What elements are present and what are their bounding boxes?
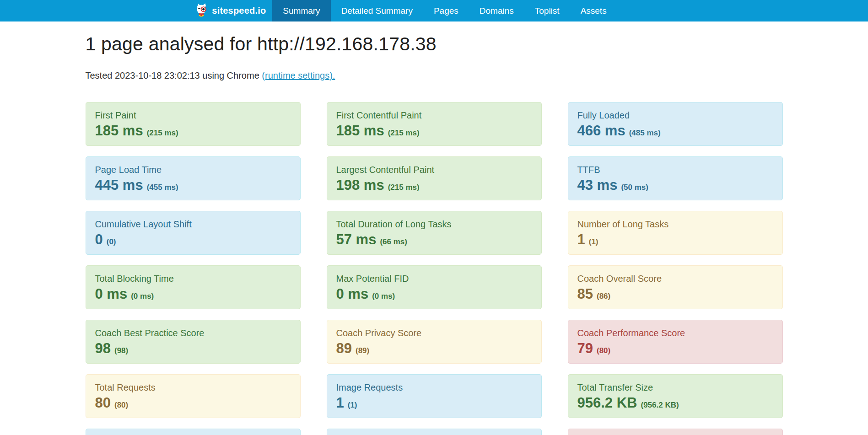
metric-card-page-load-time: Page Load Time 445 ms(455 ms) (86, 156, 301, 200)
metric-value: 198 ms (336, 177, 384, 193)
metric-value: 0 (95, 231, 103, 247)
metric-secondary-value: (86) (597, 292, 610, 301)
metric-card-partial (86, 429, 301, 435)
metric-value-row: 98(98) (95, 340, 291, 357)
metric-label: Image Requests (336, 381, 532, 393)
metric-value: 98 (95, 340, 111, 356)
metric-secondary-value: (80) (597, 346, 610, 355)
metric-value-row: 1(1) (336, 395, 532, 411)
metric-label: Fully Loaded (577, 109, 773, 121)
metric-cards-grid: First Paint 185 ms(215 ms) First Content… (86, 102, 783, 435)
metric-label: TTFB (577, 164, 773, 176)
metric-label: Coach Best Practice Score (95, 327, 291, 339)
metric-value: 1 (577, 231, 585, 247)
metric-card-cumulative-layout-shift: Cumulative Layout Shift 0(0) (86, 211, 301, 255)
metric-value-row: 466 ms(485 ms) (577, 123, 773, 139)
metric-card-total-blocking-time: Total Blocking Time 0 ms(0 ms) (86, 265, 301, 309)
metric-value: 79 (577, 340, 593, 356)
metric-card-partial (327, 429, 542, 435)
metric-card-max-potential-fid: Max Potential FID 0 ms(0 ms) (327, 265, 542, 309)
metric-card-total-requests: Total Requests 80(80) (86, 374, 301, 418)
page-title: 1 page analysed for http://192.168.178.3… (86, 33, 783, 55)
metric-card-coach-performance-score: Coach Performance Score 79(80) (568, 320, 783, 364)
metric-secondary-value: (485 ms) (629, 129, 661, 137)
metric-value-row: 57 ms(66 ms) (336, 231, 532, 248)
metric-value-row: 43 ms(50 ms) (577, 177, 773, 193)
metric-card-coach-best-practice-score: Coach Best Practice Score 98(98) (86, 320, 301, 364)
metric-secondary-value: (89) (356, 346, 369, 355)
metric-label: First Contentful Paint (336, 109, 532, 121)
metric-value-row: 0 ms(0 ms) (95, 286, 291, 302)
metric-label: Total Transfer Size (577, 381, 773, 393)
metric-label: Total Blocking Time (95, 273, 291, 285)
metric-label: Coach Overall Score (577, 273, 773, 285)
metric-secondary-value: (1) (348, 401, 357, 409)
metric-card-fully-loaded: Fully Loaded 466 ms(485 ms) (568, 102, 783, 146)
metric-value: 0 ms (95, 286, 128, 302)
metric-secondary-value: (0) (107, 237, 116, 246)
metric-label: Coach Privacy Score (336, 327, 532, 339)
brand-link[interactable]: sitespeed.io (189, 0, 272, 21)
sitespeed-logo-icon (195, 3, 209, 19)
metric-label: Max Potential FID (336, 273, 532, 285)
metric-value-row: 1(1) (577, 231, 773, 248)
metric-value-row: 445 ms(455 ms) (95, 177, 291, 193)
metric-value: 43 ms (577, 177, 618, 193)
metric-value: 0 ms (336, 286, 369, 302)
brand-text: sitespeed.io (212, 5, 266, 16)
metric-value: 89 (336, 340, 352, 356)
metric-label: Coach Performance Score (577, 327, 773, 339)
metric-value: 185 ms (95, 123, 143, 139)
tab-detailed-summary[interactable]: Detailed Summary (331, 0, 423, 21)
metric-card-ttfb: TTFB 43 ms(50 ms) (568, 156, 783, 200)
metric-value-row: 0 ms(0 ms) (336, 286, 532, 302)
metric-card-number-of-long-tasks: Number of Long Tasks 1(1) (568, 211, 783, 255)
metric-value-row: 185 ms(215 ms) (95, 123, 291, 139)
metric-value-row: 89(89) (336, 340, 532, 357)
metric-value: 1 (336, 395, 344, 411)
metric-card-image-requests: Image Requests 1(1) (327, 374, 542, 418)
metric-label: Total Duration of Long Tasks (336, 218, 532, 230)
metric-secondary-value: (0 ms) (372, 292, 395, 301)
metric-value-row: 0(0) (95, 231, 291, 248)
metric-secondary-value: (215 ms) (388, 183, 420, 192)
metric-secondary-value: (98) (114, 346, 128, 355)
metric-value-row: 80(80) (95, 395, 291, 411)
navbar-inner: sitespeed.io Summary Detailed Summary Pa… (189, 0, 617, 21)
main-content: 1 page analysed for http://192.168.178.3… (86, 33, 783, 435)
metric-card-coach-privacy-score: Coach Privacy Score 89(89) (327, 320, 542, 364)
metric-card-total-duration-long-tasks: Total Duration of Long Tasks 57 ms(66 ms… (327, 211, 542, 255)
metric-label: Number of Long Tasks (577, 218, 773, 230)
tab-assets[interactable]: Assets (570, 0, 617, 21)
metric-value: 956.2 KB (577, 395, 637, 411)
metric-value: 85 (577, 286, 593, 302)
metric-value-row: 198 ms(215 ms) (336, 177, 532, 193)
metric-secondary-value: (66 ms) (380, 237, 407, 246)
metric-label: Total Requests (95, 381, 291, 393)
metric-card-first-paint: First Paint 185 ms(215 ms) (86, 102, 301, 146)
tab-summary[interactable]: Summary (272, 0, 330, 21)
metric-card-coach-overall-score: Coach Overall Score 85(86) (568, 265, 783, 309)
metric-value: 445 ms (95, 177, 143, 193)
metric-value-row: 185 ms(215 ms) (336, 123, 532, 139)
tab-pages[interactable]: Pages (423, 0, 469, 21)
metric-secondary-value: (215 ms) (147, 129, 178, 137)
tested-subtitle-text: Tested 2023-10-18 23:02:13 using Chrome (86, 70, 262, 81)
tested-subtitle: Tested 2023-10-18 23:02:13 using Chrome … (86, 70, 783, 81)
metric-secondary-value: (215 ms) (388, 129, 420, 137)
metric-card-first-contentful-paint: First Contentful Paint 185 ms(215 ms) (327, 102, 542, 146)
metric-value-row: 85(86) (577, 286, 773, 302)
metric-secondary-value: (80) (114, 401, 128, 409)
tab-toplist[interactable]: Toplist (524, 0, 570, 21)
metric-secondary-value: (0 ms) (131, 292, 154, 301)
metric-secondary-value: (455 ms) (147, 183, 178, 192)
tab-domains[interactable]: Domains (469, 0, 524, 21)
metric-value: 466 ms (577, 123, 625, 139)
metric-card-partial (568, 429, 783, 435)
metric-label: Cumulative Layout Shift (95, 218, 291, 230)
metric-secondary-value: (1) (589, 237, 598, 246)
metric-secondary-value: (50 ms) (621, 183, 648, 192)
metric-label: Largest Contentful Paint (336, 164, 532, 176)
runtime-settings-link[interactable]: (runtime settings). (262, 70, 335, 81)
metric-value: 80 (95, 395, 111, 411)
